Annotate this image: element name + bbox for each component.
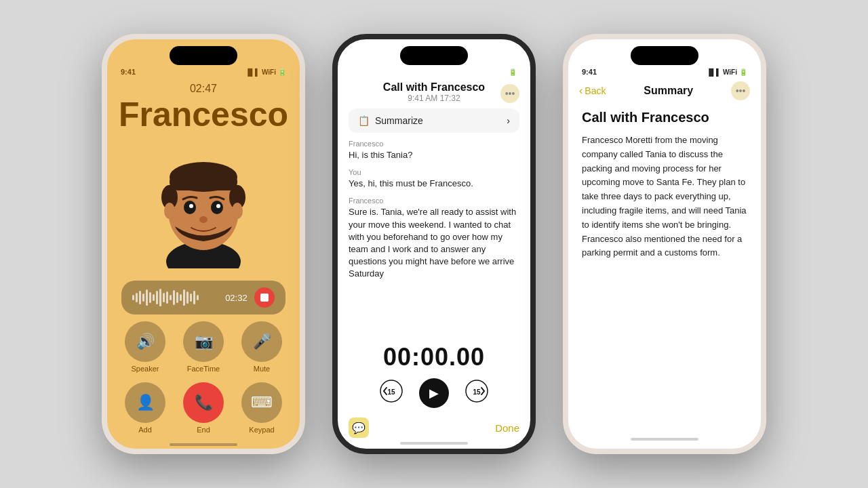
p3-summary-text: Francesco Moretti from the moving compan… bbox=[582, 134, 747, 260]
speaker-label: Speaker bbox=[132, 365, 159, 373]
facetime-label: FaceTime bbox=[187, 365, 220, 373]
p3-summary-title: Summary bbox=[644, 85, 693, 97]
text-3: Sure is. Tania, we're all ready to assis… bbox=[349, 206, 519, 280]
svg-rect-4 bbox=[170, 174, 237, 190]
p3-header: ‹ Back Summary ••• bbox=[568, 76, 761, 103]
p3-call-title: Call with Francesco bbox=[582, 110, 747, 125]
back-button[interactable]: ‹ Back bbox=[579, 85, 606, 97]
speaker-icon: 🔊 bbox=[125, 321, 165, 362]
svg-point-12 bbox=[216, 204, 220, 208]
transcript-block-3: Francesco Sure is. Tania, we're all read… bbox=[349, 197, 519, 280]
summarize-left: 📋 Summarize bbox=[358, 115, 423, 126]
player-time: 00:00.00 bbox=[349, 343, 519, 371]
speaker-2: You bbox=[349, 168, 519, 176]
p2-call-title: Call with Francesco bbox=[349, 81, 519, 94]
transcript-block-2: You Yes, hi, this must be Francesco. bbox=[349, 168, 519, 190]
waveform-timer: 02:32 bbox=[225, 293, 248, 303]
phone3-body: ‹ Back Summary ••• Call with Francesco F… bbox=[568, 76, 761, 451]
dynamic-island-2 bbox=[400, 46, 468, 65]
back-chevron-icon: ‹ bbox=[579, 85, 583, 97]
home-bar-3 bbox=[631, 438, 698, 441]
rewind-button[interactable]: 15 bbox=[380, 380, 403, 407]
p2-more-options[interactable]: ••• bbox=[500, 84, 519, 103]
status-icons-1: ▐▌▌ WiFi 🔋 bbox=[245, 68, 286, 76]
phone2-body: Call with Francesco 9:41 AM 17:32 ••• 📋 … bbox=[338, 76, 530, 451]
phone-2-transcript: 9:41 ▐▌▌ WiFi 🔋 Call with Francesco 9:41… bbox=[332, 34, 536, 454]
add-button[interactable]: 👤 Add bbox=[121, 382, 170, 434]
status-time-2: 9:41 bbox=[351, 68, 366, 76]
player-controls: 15 ▶ 15 bbox=[349, 378, 519, 408]
text-2: Yes, hi, this must be Francesco. bbox=[349, 178, 519, 190]
speaker-1: Francesco bbox=[349, 140, 519, 148]
end-call-button[interactable]: 📞 End bbox=[179, 382, 228, 434]
p2-header: Call with Francesco 9:41 AM 17:32 ••• bbox=[338, 76, 530, 106]
waveform-bar: 02:32 bbox=[121, 281, 285, 314]
end-call-icon: 📞 bbox=[183, 382, 224, 423]
home-bar-2 bbox=[400, 442, 468, 445]
svg-text:15: 15 bbox=[473, 388, 481, 396]
status-bar-1: 9:41 ▐▌▌ WiFi 🔋 bbox=[107, 65, 300, 76]
keypad-icon: ⌨ bbox=[241, 382, 282, 423]
status-time-1: 9:41 bbox=[121, 68, 136, 76]
signal-icon-3: ▐▌▌ bbox=[707, 68, 721, 76]
status-icons-2: ▐▌▌ WiFi 🔋 bbox=[476, 68, 517, 76]
transcript-block-1: Francesco Hi, is this Tania? bbox=[349, 140, 519, 161]
battery-icon-2: 🔋 bbox=[509, 68, 517, 76]
mute-label: Mute bbox=[254, 365, 270, 373]
back-label: Back bbox=[585, 85, 606, 96]
status-time-3: 9:41 bbox=[582, 68, 597, 76]
svg-point-8 bbox=[232, 203, 243, 219]
p3-content: Call with Francesco Francesco Moretti fr… bbox=[568, 103, 761, 438]
caller-name: Francesco bbox=[119, 96, 288, 134]
wifi-icon-2: WiFi bbox=[492, 68, 507, 76]
summarize-chevron: › bbox=[507, 115, 510, 126]
svg-text:15: 15 bbox=[387, 388, 395, 396]
done-button[interactable]: Done bbox=[495, 422, 519, 434]
summarize-button[interactable]: 📋 Summarize › bbox=[349, 108, 519, 133]
battery-icon-3: 🔋 bbox=[739, 68, 747, 76]
svg-point-13 bbox=[199, 216, 208, 223]
keypad-button[interactable]: ⌨ Keypad bbox=[237, 382, 286, 434]
home-bar-1 bbox=[170, 443, 237, 446]
keypad-label: Keypad bbox=[249, 426, 274, 434]
status-bar-3: 9:41 ▐▌▌ WiFi 🔋 bbox=[568, 65, 761, 76]
battery-icon-1: 🔋 bbox=[278, 68, 286, 76]
call-timer: 02:47 bbox=[190, 83, 217, 95]
avatar-wrap bbox=[149, 134, 258, 281]
avatar-memoji bbox=[149, 146, 258, 268]
dynamic-island-1 bbox=[170, 46, 237, 65]
add-label: Add bbox=[138, 426, 152, 434]
mute-button[interactable]: 🎤 Mute bbox=[237, 321, 286, 373]
end-call-label: End bbox=[197, 426, 210, 434]
wifi-icon-1: WiFi bbox=[262, 68, 276, 76]
status-bar-2: 9:41 ▐▌▌ WiFi 🔋 bbox=[338, 65, 530, 76]
play-button[interactable]: ▶ bbox=[419, 378, 449, 408]
transcript-area: Francesco Hi, is this Tania? You Yes, hi… bbox=[338, 136, 530, 338]
summarize-icon: 📋 bbox=[358, 115, 370, 126]
forward-button[interactable]: 15 bbox=[465, 380, 488, 407]
call-buttons-grid: 🔊 Speaker 📷 FaceTime 🎤 Mute 👤 Add 📞 End … bbox=[107, 314, 300, 441]
p2-call-subtitle: 9:41 AM 17:32 bbox=[349, 94, 519, 103]
record-button[interactable] bbox=[254, 287, 275, 308]
play-icon: ▶ bbox=[429, 386, 439, 401]
svg-point-11 bbox=[189, 204, 193, 208]
facetime-icon: 📷 bbox=[183, 321, 224, 362]
p2-footer: 💬 Done bbox=[338, 413, 530, 438]
speaker-button[interactable]: 🔊 Speaker bbox=[121, 321, 170, 373]
signal-icon-2: ▐▌▌ bbox=[476, 68, 490, 76]
wave-lines bbox=[132, 289, 218, 306]
mute-icon: 🎤 bbox=[241, 321, 282, 362]
wifi-icon-3: WiFi bbox=[723, 68, 737, 76]
add-icon: 👤 bbox=[125, 382, 165, 423]
signal-icon-1: ▐▌▌ bbox=[245, 68, 260, 76]
transcript-icon: 💬 bbox=[349, 418, 369, 438]
status-icons-3: ▐▌▌ WiFi 🔋 bbox=[707, 68, 747, 76]
phone1-body: 02:47 Francesco bbox=[107, 76, 300, 453]
dynamic-island-3 bbox=[631, 46, 698, 65]
record-icon bbox=[260, 293, 269, 302]
facetime-button[interactable]: 📷 FaceTime bbox=[179, 321, 228, 373]
phone-1-active-call: 9:41 ▐▌▌ WiFi 🔋 02:47 Francesco bbox=[102, 34, 305, 454]
phone-3-summary: 9:41 ▐▌▌ WiFi 🔋 ‹ Back Summary ••• Call … bbox=[563, 34, 766, 454]
p3-more-options[interactable]: ••• bbox=[731, 81, 750, 100]
svg-point-7 bbox=[164, 203, 175, 219]
